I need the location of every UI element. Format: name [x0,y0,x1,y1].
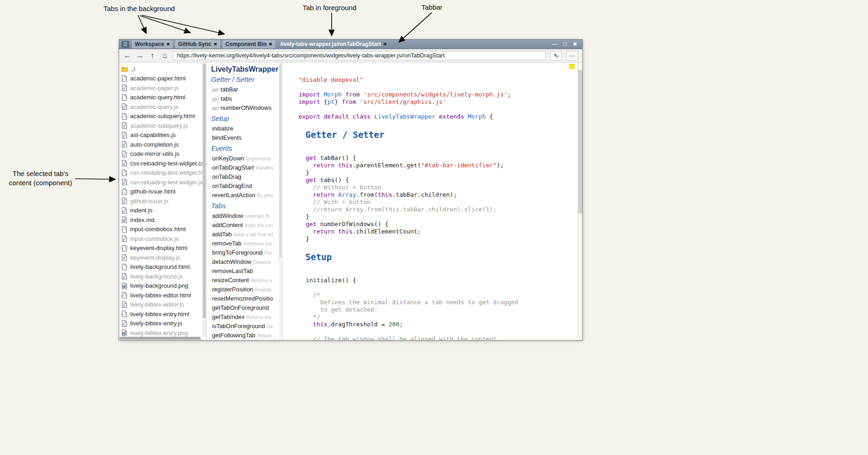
file-name: lively-bibtex-entry.js [130,320,182,327]
scrollbar-thumb[interactable] [279,63,282,258]
outline-item[interactable]: resetMemoziredPositio [211,294,282,303]
outline-item[interactable]: initialize [211,124,282,133]
file-item[interactable]: input-combobox.js [121,234,206,244]
js-file-icon [121,132,128,138]
code-section-header: Getter / Setter [299,129,573,141]
file-item[interactable]: lively-bibtex-entry.js [121,319,206,329]
outline-item[interactable]: bringToForegroundPut [211,248,282,257]
outline-section-header[interactable]: Setup [211,114,282,123]
scrollbar-thumb[interactable] [120,337,201,340]
outline-item[interactable]: getTabIndexReturns the [211,313,282,322]
file-item[interactable]: academic-query.js [121,102,206,112]
edit-button[interactable]: ✎ [550,51,562,61]
outline-item[interactable]: detachWindowDetache [211,257,282,267]
url-input[interactable] [173,51,546,60]
file-item[interactable]: academic-query.html [121,93,206,102]
outline-item[interactable]: addContentAdds the con [211,221,282,230]
file-item[interactable]: input-combobox.html [121,225,206,234]
html-file-icon [121,226,128,233]
tab-close-icon[interactable]: ✖ [167,42,170,46]
file-item[interactable]: lively-bibtex-entry.html [121,309,206,319]
tab-foreground[interactable]: lively-tabs-wrapper.js#onTabDragStart✖ [278,40,390,48]
home-button[interactable]: ⌂ [161,51,169,61]
tab-label: GitHub Sync [178,41,211,47]
code-line: return this.childElementCount; [299,228,573,235]
file-item[interactable]: lively-background.png [121,281,206,291]
outline-section-header[interactable]: Getter / Setter [211,75,282,84]
outline-item[interactable]: resizeContentResizes a [211,276,282,285]
tab-background[interactable]: GitHub Sync✖ [175,40,220,48]
file-item[interactable]: ../ [121,64,206,74]
outline-item[interactable]: onTabDragEnd [211,182,282,191]
more-options-button[interactable]: ⋯ [566,51,578,61]
file-item[interactable]: css-reloading-test-widget.ht [121,168,206,178]
file-item[interactable]: academic-paper.js [121,83,206,93]
outline-item[interactable]: removeLastTab [211,267,282,276]
outline-item-name: initialize [212,124,233,133]
file-name: github-issue.html [130,188,175,195]
outline-scrollbar[interactable] [279,63,282,340]
tab-background[interactable]: Workspace✖ [132,40,172,48]
file-item[interactable]: index.md [121,215,206,225]
file-item[interactable]: github-issue.js [121,196,206,206]
file-item[interactable]: lively-bibtex-editor.html [121,290,206,300]
file-item[interactable]: academic-subquery.html [121,112,206,121]
editor-scrollbar[interactable] [577,63,582,340]
file-list-vertical-scrollbar[interactable] [202,63,206,336]
file-item[interactable]: academic-subquery.js [121,121,206,131]
file-list-horizontal-scrollbar[interactable] [119,336,202,340]
outline-item[interactable]: onKeyDownImplements [211,154,282,163]
minimize-button[interactable]: — [552,40,558,49]
outline-item[interactable]: gettabBar [211,85,282,94]
outline-item[interactable]: revertLastActionBy pres [211,191,282,200]
file-name: lively-bibtex-entry.html [130,311,189,318]
file-item[interactable]: keyevent-display.html [121,244,206,253]
tab-close-icon[interactable]: ✖ [213,42,217,46]
forward-button[interactable]: → [136,51,144,61]
outline-item[interactable]: gettabs [211,94,282,103]
arrow-to-tabbar [399,12,432,42]
outline-section-header[interactable]: Tabs [211,202,282,210]
outline-item[interactable]: removeTabRemoves the [211,239,282,248]
file-item[interactable]: css-reloading-test-widget.cs [121,159,206,168]
code-editor[interactable]: "disable deepeval" import Morph from 'sr… [282,63,582,340]
outline-item[interactable]: getFollowingTabReturn [211,331,282,340]
file-name: input-combobox.js [130,235,179,242]
file-item[interactable]: lively-background.html [121,262,206,272]
maximize-button[interactable]: □ [563,40,567,49]
outline-section-header[interactable]: Events [211,144,282,153]
outline-item[interactable]: bindEvents [211,133,282,142]
outline-item[interactable]: getnumberOfWindows [211,103,282,113]
outline-item[interactable]: onTabDragStartHandles [211,163,282,172]
file-name: lively-background.js [130,273,183,280]
outline-item[interactable]: addWindowUnwraps th [211,211,282,221]
menu-icon[interactable]: ☰ [121,41,129,48]
file-item[interactable]: code-mirror-utils.js [121,149,206,159]
arrow-to-component-bin-tab [142,15,224,34]
code-line: */ [299,313,573,321]
outline-item[interactable]: getTabOnForeground [211,303,282,313]
back-button[interactable]: ← [123,51,132,61]
file-item[interactable]: github-issue.html [121,187,206,197]
tab-background[interactable]: Component Bin✖ [223,40,275,48]
file-item[interactable]: lively-background.js [121,272,206,281]
class-title[interactable]: LivelyTabsWrapper [211,65,282,74]
outline-item[interactable]: onTabDrag [211,172,282,182]
up-button[interactable]: ↑ [148,51,156,61]
file-item[interactable]: lively-bibtex-editor.js [121,300,206,310]
scrollbar-thumb[interactable] [578,70,582,213]
file-item[interactable]: css-reloading-test-widget.js [121,177,206,187]
file-item[interactable]: ast-capabilities.js [121,131,206,140]
close-button[interactable]: ✖ [573,40,577,49]
tab-close-icon[interactable]: ✖ [269,42,272,46]
tab-close-icon[interactable]: ✖ [383,42,387,46]
outline-item[interactable]: addTabAdds a tab that ret [211,230,282,239]
html-file-icon [121,94,128,101]
file-item[interactable]: indent.js [121,206,206,216]
scrollbar-thumb[interactable] [203,63,206,318]
outline-item[interactable]: isTabOnForegroundDe [211,322,282,331]
outline-item[interactable]: registerPositionRegiste [211,285,282,294]
file-item[interactable]: auto-completion.js [121,140,206,149]
file-item[interactable]: keyevent-display.js [121,253,206,262]
file-item[interactable]: academic-paper.html [121,74,206,84]
